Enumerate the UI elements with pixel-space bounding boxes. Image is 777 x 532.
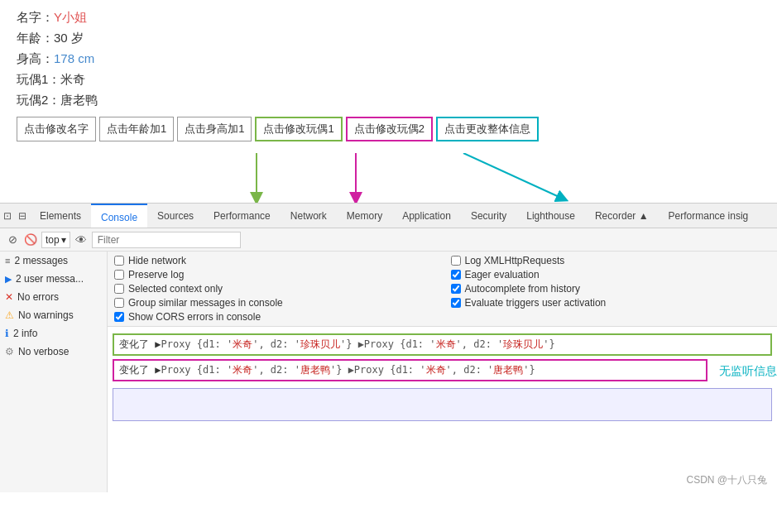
console-output: 变化了 ▶Proxy {d1: '米奇', d2: '珍珠贝儿'} ▶Proxy… bbox=[108, 327, 777, 492]
tab-security[interactable]: Security bbox=[461, 204, 516, 228]
devtools-icon2[interactable]: ⊟ bbox=[15, 208, 30, 223]
checkbox-eval-triggers[interactable] bbox=[451, 298, 461, 308]
console-input-box[interactable] bbox=[113, 388, 772, 421]
tab-recorder[interactable]: Recorder ▲ bbox=[585, 204, 659, 228]
btn-all[interactable]: 点击更改整体信息 bbox=[436, 117, 539, 141]
buttons-row: 点击修改名字 点击年龄加1 点击身高加1 点击修改玩偶1 点击修改玩偶2 点击更… bbox=[17, 117, 760, 141]
age-value: 30 岁 bbox=[54, 31, 84, 45]
tab-lighthouse[interactable]: Lighthouse bbox=[516, 204, 585, 228]
options-panel: Hide network Preserve log Selected conte… bbox=[108, 252, 777, 327]
sidebar-no-warnings-label: No warnings bbox=[18, 309, 74, 321]
opt-autocomplete[interactable]: Autocomplete from history bbox=[451, 283, 771, 295]
height-line: 身高：178 cm bbox=[17, 51, 760, 67]
checkbox-log-xml[interactable] bbox=[451, 256, 461, 266]
devtools-toolbar: ⊘ 🚫 top ▾ 👁 bbox=[0, 228, 777, 252]
opt-log-xml[interactable]: Log XMLHttpRequests bbox=[451, 255, 771, 266]
opt-eval-triggers[interactable]: Evaluate triggers user activation bbox=[451, 297, 771, 309]
console-text-magenta: 变化了 ▶Proxy {d1: '米奇', d2: '唐老鸭'} ▶Proxy … bbox=[119, 363, 701, 377]
sidebar-messages-label: 2 messages bbox=[14, 255, 68, 266]
pet1-value: 米奇 bbox=[60, 72, 85, 86]
checkbox-group-similar[interactable] bbox=[114, 298, 124, 308]
chevron-down-icon: ▾ bbox=[61, 234, 66, 246]
console-line-green: 变化了 ▶Proxy {d1: '米奇', d2: '珍珠贝儿'} ▶Proxy… bbox=[113, 333, 772, 356]
console-text-green: 变化了 ▶Proxy {d1: '米奇', d2: '珍珠贝儿'} ▶Proxy… bbox=[119, 338, 765, 352]
height-label: 身高： bbox=[17, 51, 54, 65]
tab-memory[interactable]: Memory bbox=[337, 204, 392, 228]
pet2-value: 唐老鸭 bbox=[60, 93, 98, 107]
tab-application[interactable]: Application bbox=[392, 204, 461, 228]
gear-icon: ⚙ bbox=[5, 346, 14, 357]
content-area: 名字：Y小姐 年龄：30 岁 身高：178 cm 玩偶1：米奇 玩偶2：唐老鸭 … bbox=[0, 0, 777, 153]
checkbox-autocomplete[interactable] bbox=[451, 284, 461, 294]
sidebar-user-messages-label: 2 user messa... bbox=[16, 273, 84, 285]
sidebar-no-verbose-label: No verbose bbox=[18, 346, 69, 357]
svg-line-2 bbox=[463, 153, 563, 199]
clear-icon[interactable]: 🚫 bbox=[23, 232, 38, 247]
info-icon: ℹ bbox=[5, 328, 9, 339]
options-right: Log XMLHttpRequests Eager evaluation Aut… bbox=[434, 255, 771, 323]
tab-console[interactable]: Console bbox=[91, 204, 147, 228]
tab-performance[interactable]: Performance bbox=[204, 204, 281, 228]
warn-icon: ⚠ bbox=[5, 309, 14, 321]
devtools-panel: ⊡ ⊟ Elements Console Sources Performance… bbox=[0, 203, 777, 492]
filter-input[interactable] bbox=[92, 232, 241, 248]
checkbox-eager-eval[interactable] bbox=[451, 270, 461, 280]
btn-age[interactable]: 点击年龄加1 bbox=[99, 117, 174, 141]
sidebar-no-errors-label: No errors bbox=[17, 291, 59, 303]
tab-sources[interactable]: Sources bbox=[147, 204, 204, 228]
checkbox-show-cors[interactable] bbox=[114, 312, 124, 322]
opt-show-cors[interactable]: Show CORS errors in console bbox=[114, 311, 434, 323]
devtools-body: ≡ 2 messages ▶ 2 user messa... ✕ No erro… bbox=[0, 252, 777, 492]
pet1-line: 玩偶1：米奇 bbox=[17, 72, 760, 88]
age-line: 年龄：30 岁 bbox=[17, 31, 760, 46]
opt-eager-eval[interactable]: Eager evaluation bbox=[451, 269, 771, 280]
devtools-main: Hide network Preserve log Selected conte… bbox=[108, 252, 777, 492]
sidebar-info[interactable]: ℹ 2 info bbox=[0, 324, 107, 343]
btn-pet1[interactable]: 点击修改玩偶1 bbox=[255, 117, 342, 141]
arrows-svg bbox=[0, 153, 777, 203]
name-line: 名字：Y小姐 bbox=[17, 10, 760, 26]
name-label: 名字： bbox=[17, 10, 54, 24]
list-icon1: ≡ bbox=[5, 256, 10, 266]
arrows-area bbox=[0, 153, 777, 203]
top-label: top bbox=[46, 234, 60, 246]
devtools-tabs: ⊡ ⊟ Elements Console Sources Performance… bbox=[0, 204, 777, 228]
sidebar-messages[interactable]: ≡ 2 messages bbox=[0, 252, 107, 270]
name-value: Y小姐 bbox=[54, 10, 87, 24]
age-label: 年龄： bbox=[17, 31, 54, 45]
console-line-magenta-wrapper: 变化了 ▶Proxy {d1: '米奇', d2: '唐老鸭'} ▶Proxy … bbox=[108, 357, 777, 385]
opt-hide-network[interactable]: Hide network bbox=[114, 255, 434, 266]
sidebar-no-errors[interactable]: ✕ No errors bbox=[0, 288, 107, 306]
console-line-magenta: 变化了 ▶Proxy {d1: '米奇', d2: '唐老鸭'} ▶Proxy … bbox=[113, 359, 707, 381]
list-icon2: ▶ bbox=[5, 274, 12, 285]
context-selector[interactable]: top ▾ bbox=[41, 232, 70, 248]
x-icon: ✕ bbox=[5, 291, 13, 303]
tab-elements[interactable]: Elements bbox=[30, 204, 91, 228]
btn-height[interactable]: 点击身高加1 bbox=[177, 117, 252, 141]
cyan-no-listen-label: 无监听信息 bbox=[719, 364, 777, 379]
tab-performance-insights[interactable]: Performance insig bbox=[659, 204, 759, 228]
opt-preserve-log[interactable]: Preserve log bbox=[114, 269, 434, 280]
devtools-sidebar: ≡ 2 messages ▶ 2 user messa... ✕ No erro… bbox=[0, 252, 108, 492]
opt-group-similar[interactable]: Group similar messages in console bbox=[114, 297, 434, 309]
btn-name[interactable]: 点击修改名字 bbox=[17, 117, 96, 141]
pet2-line: 玩偶2：唐老鸭 bbox=[17, 93, 760, 108]
tab-network[interactable]: Network bbox=[281, 204, 337, 228]
eye-icon[interactable]: 👁 bbox=[74, 232, 89, 247]
height-value: 178 cm bbox=[54, 51, 94, 65]
watermark: CSDN @十八只兔 bbox=[686, 473, 767, 487]
checkbox-hide-network[interactable] bbox=[114, 256, 124, 266]
sidebar-no-warnings[interactable]: ⚠ No warnings bbox=[0, 306, 107, 324]
sidebar-info-label: 2 info bbox=[13, 328, 37, 339]
block-icon[interactable]: ⊘ bbox=[5, 232, 20, 247]
pet1-label: 玩偶1： bbox=[17, 72, 60, 86]
sidebar-no-verbose[interactable]: ⚙ No verbose bbox=[0, 343, 107, 361]
checkbox-preserve-log[interactable] bbox=[114, 270, 124, 280]
sidebar-user-messages[interactable]: ▶ 2 user messa... bbox=[0, 270, 107, 288]
options-left: Hide network Preserve log Selected conte… bbox=[114, 255, 434, 323]
checkbox-selected-context[interactable] bbox=[114, 284, 124, 294]
pet2-label: 玩偶2： bbox=[17, 93, 60, 107]
opt-selected-context[interactable]: Selected context only bbox=[114, 283, 434, 295]
btn-pet2[interactable]: 点击修改玩偶2 bbox=[346, 117, 433, 141]
devtools-icon1[interactable]: ⊡ bbox=[0, 208, 15, 223]
